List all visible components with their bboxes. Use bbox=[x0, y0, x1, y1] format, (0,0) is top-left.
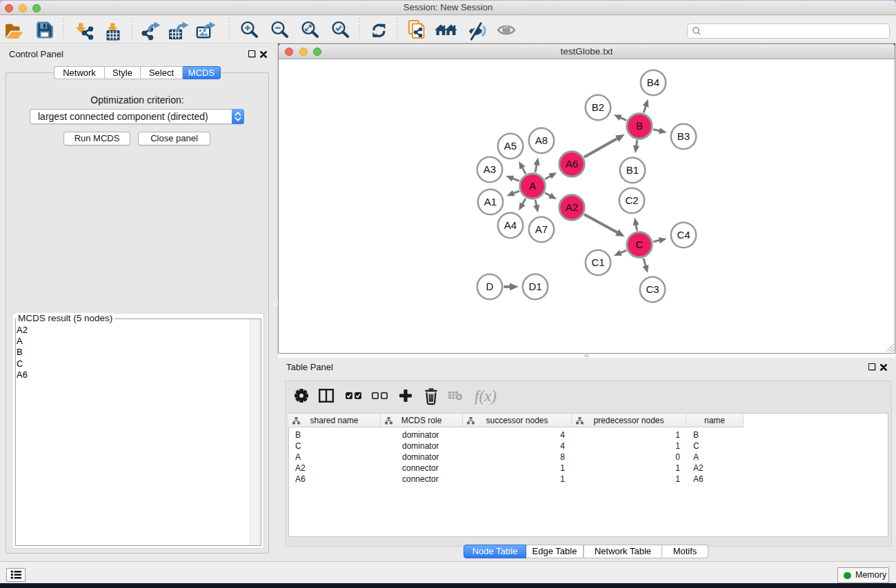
svg-text:A2: A2 bbox=[566, 201, 578, 213]
svg-text:C: C bbox=[636, 239, 644, 250]
svg-text:D: D bbox=[486, 281, 494, 292]
svg-text:C1: C1 bbox=[591, 256, 604, 268]
svg-text:B4: B4 bbox=[647, 77, 659, 88]
svg-text:D1: D1 bbox=[528, 281, 541, 292]
svg-text:f(x): f(x) bbox=[475, 387, 497, 405]
svg-text:B3: B3 bbox=[677, 130, 690, 142]
svg-text:A: A bbox=[529, 180, 536, 192]
svg-text:C3: C3 bbox=[646, 283, 659, 295]
svg-text:A4: A4 bbox=[504, 219, 517, 231]
svg-text:A7: A7 bbox=[535, 223, 548, 235]
svg-text:A8: A8 bbox=[535, 134, 548, 146]
svg-text:B2: B2 bbox=[592, 101, 604, 113]
svg-text:C2: C2 bbox=[625, 194, 638, 206]
svg-text:B: B bbox=[636, 120, 643, 132]
svg-text:C4: C4 bbox=[677, 229, 690, 241]
svg-text:B1: B1 bbox=[626, 164, 639, 176]
svg-text:A3: A3 bbox=[484, 163, 496, 175]
svg-text:A6: A6 bbox=[566, 158, 578, 170]
svg-text:A1: A1 bbox=[484, 196, 497, 207]
svg-text:A5: A5 bbox=[504, 140, 517, 152]
